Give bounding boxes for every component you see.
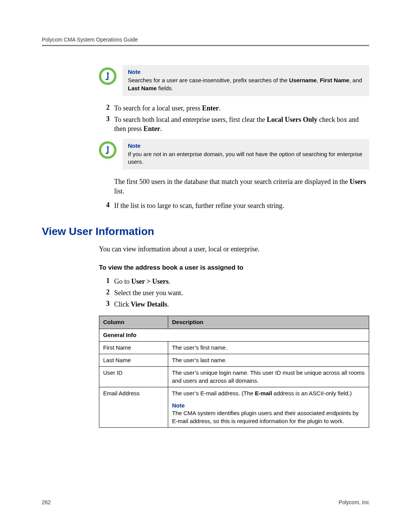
- step-number: 1: [99, 277, 114, 286]
- page-number: 262: [42, 499, 51, 505]
- note-block-1: Note Searches for a user are case-insens…: [99, 65, 369, 96]
- body-paragraph: You can view information about a user, l…: [99, 244, 369, 254]
- list-item: 2 Select the user you want.: [99, 288, 369, 297]
- list-item: 3 To search both local and enterprise us…: [99, 115, 369, 134]
- note-body: Note Searches for a user are case-insens…: [123, 65, 369, 96]
- step-number: 3: [99, 300, 114, 309]
- table-cell: Email Address: [99, 387, 168, 427]
- table-note-text: The CMA system identifies plugin users a…: [172, 409, 365, 425]
- list-item: 2 To search for a local user, press Ente…: [99, 104, 369, 113]
- step-text: To search for a local user, press Enter.: [114, 104, 369, 113]
- step-number: 3: [99, 115, 114, 134]
- note-text: Searches for a user are case-insensitive…: [128, 77, 362, 91]
- procedure-title: To view the address book a user is assig…: [99, 264, 369, 272]
- table-row: Email Address The user’s E-mail address.…: [99, 387, 369, 427]
- body-paragraph: The first 500 users in the database that…: [114, 177, 369, 196]
- step-text: To search both local and enterprise user…: [114, 115, 369, 134]
- table-row: Last Name The user’s last name.: [99, 354, 369, 367]
- list-item: 1 Go to User > Users.: [99, 277, 369, 286]
- table-header-column: Column: [99, 316, 168, 329]
- note-title: Note: [128, 68, 364, 76]
- page-footer: 262 Polycom, Inc: [42, 499, 369, 505]
- step-text: Click View Details.: [114, 300, 369, 309]
- running-header: Polycom CMA System Operations Guide: [42, 37, 369, 43]
- step-number: 4: [99, 201, 114, 210]
- note-body: Note If you are not in an enterprise dom…: [123, 139, 369, 170]
- table-cell: The user’s unique login name. This user …: [168, 367, 369, 387]
- table-row: First Name The user’s first name.: [99, 341, 369, 354]
- table-header-row: Column Description: [99, 316, 369, 329]
- table-note-title: Note: [172, 402, 365, 409]
- table-cell: Last Name: [99, 354, 168, 367]
- step-list: 2 To search for a local user, press Ente…: [99, 104, 369, 134]
- note-text: If you are not in an enterprise domain, …: [128, 151, 362, 165]
- table-section-label: General Info: [99, 329, 369, 341]
- section-heading: View User Information: [42, 225, 369, 238]
- table-cell: The user’s last name.: [168, 354, 369, 367]
- step-list: 1 Go to User > Users. 2 Select the user …: [99, 277, 369, 309]
- step-text: If the list is too large to scan, furthe…: [114, 201, 369, 210]
- table-cell: The user’s first name.: [168, 341, 369, 354]
- table-cell: User ID: [99, 367, 168, 387]
- list-item: 3 Click View Details.: [99, 300, 369, 309]
- note-icon: [99, 141, 116, 159]
- table-header-description: Description: [168, 316, 369, 329]
- content-area: Note Searches for a user are case-insens…: [99, 65, 369, 428]
- table-cell: The user’s E-mail address. (The E-mail a…: [168, 387, 369, 427]
- header-rule: [42, 45, 369, 46]
- note-block-2: Note If you are not in an enterprise dom…: [99, 139, 369, 170]
- table-section-row: General Info: [99, 329, 369, 341]
- step-number: 2: [99, 288, 114, 297]
- page: Polycom CMA System Operations Guide Note…: [0, 0, 411, 532]
- info-table: Column Description General Info First Na…: [99, 316, 369, 428]
- table-row: User ID The user’s unique login name. Th…: [99, 367, 369, 387]
- step-text: Select the user you want.: [114, 288, 369, 297]
- note-title: Note: [128, 142, 364, 150]
- note-icon: [99, 67, 116, 85]
- step-text: Go to User > Users.: [114, 277, 369, 286]
- table-cell: First Name: [99, 341, 168, 354]
- step-list: 4 If the list is too large to scan, furt…: [99, 201, 369, 210]
- company-name: Polycom, Inc: [339, 499, 369, 505]
- step-number: 2: [99, 104, 114, 113]
- list-item: 4 If the list is too large to scan, furt…: [99, 201, 369, 210]
